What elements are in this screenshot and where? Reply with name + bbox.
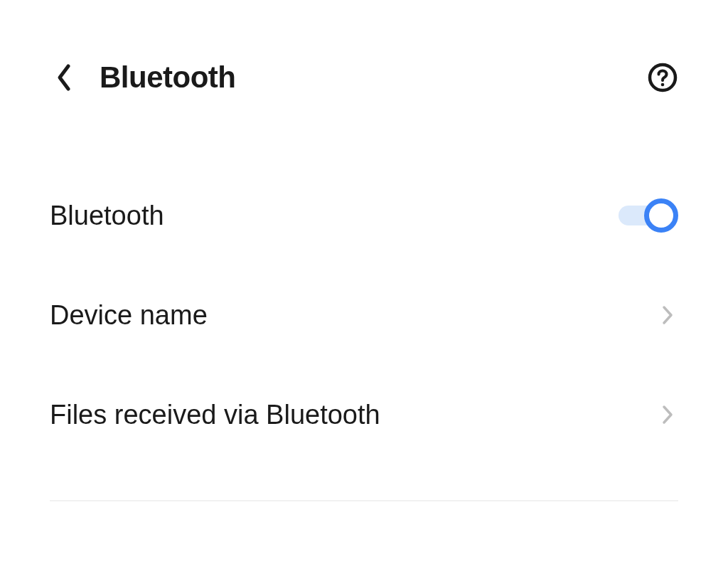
content: Bluetooth Device name Files received via… xyxy=(0,109,728,501)
chevron-right-icon xyxy=(657,404,678,425)
header: Bluetooth xyxy=(0,0,728,109)
divider xyxy=(50,500,678,501)
row-device-name[interactable]: Device name xyxy=(50,265,678,365)
question-circle-icon xyxy=(647,62,678,93)
header-left: Bluetooth xyxy=(50,60,235,95)
bluetooth-toggle[interactable] xyxy=(607,198,678,233)
row-files-received[interactable]: Files received via Bluetooth xyxy=(50,365,678,464)
help-button[interactable] xyxy=(647,62,678,93)
row-label-files-received: Files received via Bluetooth xyxy=(50,400,380,430)
row-bluetooth-toggle[interactable]: Bluetooth xyxy=(50,166,678,265)
svg-point-1 xyxy=(661,83,665,87)
toggle-knob xyxy=(644,198,678,233)
page-title: Bluetooth xyxy=(100,60,235,95)
row-label-bluetooth: Bluetooth xyxy=(50,201,164,231)
chevron-left-icon xyxy=(55,63,73,92)
back-button[interactable] xyxy=(50,63,78,92)
chevron-right-icon xyxy=(657,304,678,326)
row-label-device-name: Device name xyxy=(50,300,208,331)
